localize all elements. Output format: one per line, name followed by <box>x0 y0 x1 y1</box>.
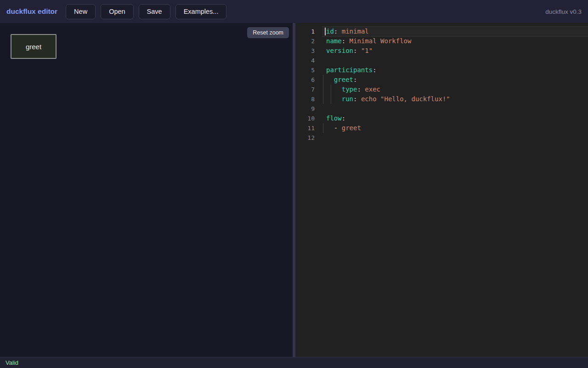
token-key: type <box>342 86 357 93</box>
code-line[interactable]: 7 type: exec <box>295 85 588 94</box>
code-line[interactable]: 9 <box>295 104 588 114</box>
topbar: duckflux editor NewOpenSaveExamples... d… <box>0 0 588 23</box>
token-val: echo "Hello, duckflux!" <box>361 95 450 103</box>
app-version: duckflux v0.3 <box>545 8 582 15</box>
token-punc: : <box>342 115 345 122</box>
indent-guide <box>323 85 323 94</box>
text-cursor <box>325 28 326 35</box>
line-number: 9 <box>295 104 322 114</box>
token-key: id <box>326 28 334 35</box>
token-val: greet <box>342 124 361 132</box>
code-line[interactable]: 2 name: Minimal Workflow <box>295 36 588 46</box>
code-text[interactable] <box>322 104 588 114</box>
code-line[interactable]: 8 run: echo "Hello, duckflux!" <box>295 94 588 104</box>
code-text[interactable]: name: Minimal Workflow <box>322 36 588 46</box>
token-plain <box>326 95 342 103</box>
token-plain <box>326 86 342 93</box>
token-plain <box>357 95 361 103</box>
status-bar: Valid <box>0 357 588 368</box>
code-line[interactable]: 5 participants: <box>295 65 588 75</box>
token-val: exec <box>365 86 380 93</box>
code-text[interactable]: participants: <box>322 65 588 75</box>
main-content: greet Reset zoom 1 id: minimal 2 name: M… <box>0 23 588 357</box>
code-text[interactable]: type: exec <box>322 85 588 94</box>
line-number: 11 <box>295 123 322 133</box>
token-plain <box>326 124 334 132</box>
code-text[interactable]: version: "1" <box>322 46 588 56</box>
indent-guide <box>323 75 323 85</box>
line-number: 12 <box>295 133 322 143</box>
code-text[interactable] <box>322 133 588 143</box>
new-button[interactable]: New <box>66 4 96 19</box>
line-number: 10 <box>295 114 322 123</box>
token-key: run <box>342 95 353 103</box>
token-key: greet <box>334 76 353 83</box>
code-text[interactable] <box>322 56 588 65</box>
token-punc: : <box>342 37 345 45</box>
token-key: participants <box>326 66 373 74</box>
code-line[interactable]: 4 <box>295 56 588 65</box>
line-number: 5 <box>295 65 322 75</box>
code-line[interactable]: 12 <box>295 133 588 143</box>
token-plain <box>357 47 361 54</box>
indent-guide <box>331 94 331 104</box>
code-line[interactable]: 11 - greet <box>295 123 588 133</box>
token-punc: - <box>334 124 342 132</box>
graph-canvas[interactable]: greet Reset zoom <box>0 23 293 357</box>
line-number: 2 <box>295 36 322 46</box>
code-text[interactable]: flow: <box>322 114 588 123</box>
line-number: 4 <box>295 56 322 65</box>
line-number: 1 <box>295 27 322 36</box>
code-editor[interactable]: 1 id: minimal 2 name: Minimal Workflow 3… <box>295 23 588 357</box>
token-punc: : <box>357 86 361 93</box>
validation-status: Valid <box>6 359 18 366</box>
code-line[interactable]: 1 id: minimal <box>295 27 588 36</box>
open-button[interactable]: Open <box>101 4 133 19</box>
token-val: "1" <box>361 47 373 54</box>
examples-button[interactable]: Examples... <box>175 4 227 19</box>
token-plain <box>326 76 334 83</box>
node-label: greet <box>26 43 41 51</box>
code-line[interactable]: 10 flow: <box>295 114 588 123</box>
line-number: 3 <box>295 46 322 56</box>
code-text[interactable]: greet: <box>322 75 588 85</box>
token-val: minimal <box>342 28 369 35</box>
line-number: 7 <box>295 85 322 94</box>
code-line[interactable]: 3 version: "1" <box>295 46 588 56</box>
token-key: name <box>326 37 342 45</box>
app-title: duckflux editor <box>6 7 57 16</box>
line-number: 8 <box>295 94 322 104</box>
indent-guide <box>323 123 323 133</box>
code-line[interactable]: 6 greet: <box>295 75 588 85</box>
token-val: Minimal Workflow <box>350 37 412 45</box>
token-punc: : <box>373 66 376 74</box>
app-window: duckflux editor NewOpenSaveExamples... d… <box>0 0 588 368</box>
code-text[interactable]: - greet <box>322 123 588 133</box>
token-punc: : <box>353 76 357 83</box>
code-text[interactable]: run: echo "Hello, duckflux!" <box>322 94 588 104</box>
save-button[interactable]: Save <box>139 4 170 19</box>
node-greet[interactable]: greet <box>11 34 57 59</box>
indent-guide <box>323 94 323 104</box>
reset-zoom-button[interactable]: Reset zoom <box>247 27 289 38</box>
code-text[interactable]: id: minimal <box>322 27 588 36</box>
token-key: version <box>326 47 353 54</box>
token-key: flow <box>326 115 342 122</box>
line-number: 6 <box>295 75 322 85</box>
token-plain <box>345 37 349 45</box>
indent-guide <box>331 85 331 94</box>
token-plain <box>338 28 341 35</box>
